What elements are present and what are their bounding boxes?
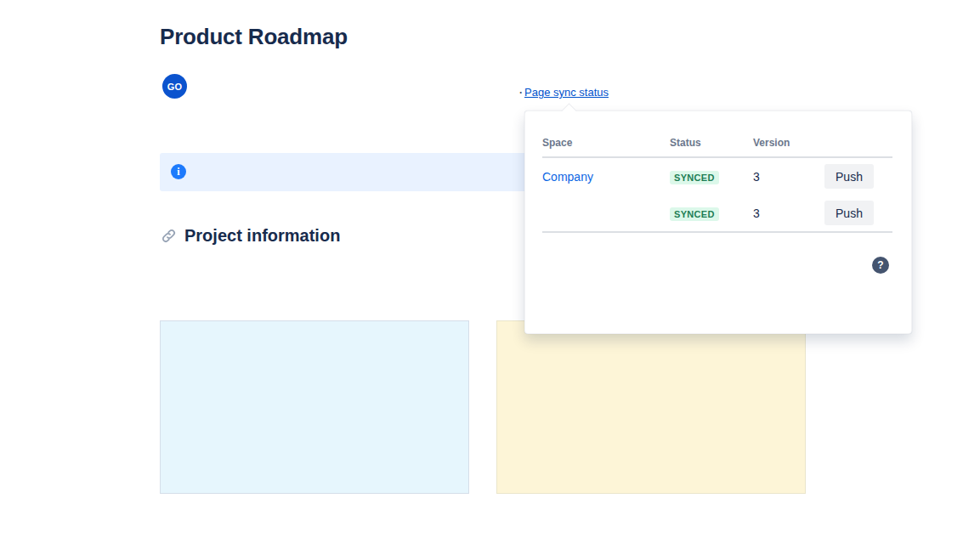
popup-caret <box>561 103 576 118</box>
sync-table-body: Company SYNCED 3 Push SYNCED 3 <box>542 158 892 233</box>
section-heading: Project information <box>160 226 340 246</box>
table-row: SYNCED 3 Push <box>542 195 892 231</box>
sync-table-header: Space Status Version <box>542 128 892 158</box>
column-header-version: Version <box>753 137 824 149</box>
content-box-yellow[interactable] <box>496 320 806 494</box>
byline-bullet: · <box>519 87 523 99</box>
push-button[interactable]: Push <box>824 201 874 225</box>
info-icon-glyph: i <box>177 166 179 178</box>
sync-table: Space Status Version Company SYNCED 3 Pu… <box>542 128 892 233</box>
version-value: 3 <box>753 207 824 220</box>
status-badge: SYNCED <box>670 171 719 184</box>
content-box-blue[interactable] <box>160 320 469 494</box>
status-badge: SYNCED <box>670 207 719 221</box>
page-sync-status-link[interactable]: Page sync status <box>524 86 609 99</box>
help-icon-glyph: ? <box>877 259 883 271</box>
byline-sync-status: · Page sync status <box>519 86 609 99</box>
page-title: Product Roadmap <box>160 24 348 50</box>
help-icon[interactable]: ? <box>872 257 889 274</box>
space-link-company[interactable]: Company <box>542 170 593 184</box>
avatar[interactable]: GO <box>162 74 187 99</box>
section-heading-label: Project information <box>184 226 340 246</box>
avatar-initials: GO <box>167 82 183 92</box>
push-button[interactable]: Push <box>824 164 874 189</box>
column-header-space: Space <box>542 137 670 149</box>
page-sync-status-popup: Space Status Version Company SYNCED 3 Pu… <box>524 110 912 334</box>
info-icon: i <box>171 164 186 179</box>
version-value: 3 <box>753 170 824 184</box>
link-icon <box>160 227 178 245</box>
column-header-status: Status <box>670 137 753 149</box>
table-row: Company SYNCED 3 Push <box>542 158 892 195</box>
page: Product Roadmap GO · Page sync status i … <box>0 0 980 538</box>
